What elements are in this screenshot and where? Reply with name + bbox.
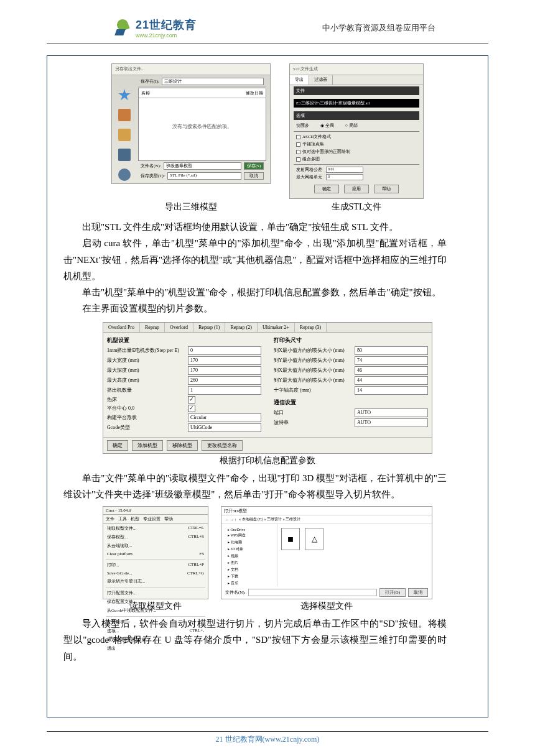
filepath-input[interactable]: E:\三维设计\三维设计\班级徽章模型.stl — [294, 99, 419, 108]
open-button[interactable]: 打开(O) — [379, 588, 406, 597]
folder-tree[interactable]: ▸ OneDrive▸ WPS网盘▸ 此电脑▸ 3D 对象▸ 视频▸ 图片▸ 文… — [221, 524, 277, 586]
desktop-icon[interactable] — [118, 109, 131, 121]
dev-input[interactable]: 0.01 — [326, 167, 363, 173]
cfg-input[interactable]: AUTO — [355, 418, 428, 427]
close-button[interactable]: 帮助 — [374, 185, 399, 193]
cfg-input[interactable]: 46 — [355, 366, 428, 375]
menu-item[interactable]: 显示切片引擎日志... — [103, 577, 208, 586]
menu-item[interactable]: 读取模型文件...CTRL+L — [103, 524, 208, 533]
cfg-input[interactable]: 0 — [188, 346, 261, 355]
checkbox[interactable] — [296, 135, 300, 139]
radio-full[interactable]: ◉ 全局 — [320, 122, 334, 129]
cfg-row: 挤出机数量1 — [107, 386, 261, 395]
config-screenshot: Overlord Pro Reprap Overlord Reprap (1) … — [103, 322, 432, 454]
cfg-tab[interactable]: Reprap (2) — [225, 323, 257, 332]
tree-item[interactable]: ▸ 文档 — [224, 566, 274, 573]
file-icon[interactable]: △ — [305, 528, 323, 550]
save-button[interactable]: 保存(S) — [244, 162, 264, 170]
cfg-input[interactable]: 80 — [355, 346, 428, 355]
radio-partial[interactable]: ○ 局部 — [345, 122, 358, 129]
checkbox[interactable] — [296, 150, 300, 154]
cfg-tab[interactable]: Ultimaker 2+ — [258, 323, 295, 332]
tree-item[interactable]: ▸ WPS网盘 — [224, 532, 274, 539]
quick-access-icon[interactable] — [118, 89, 131, 101]
apply-button[interactable]: 应用 — [344, 185, 369, 193]
para-2: 启动 cura 软件，单击"机型"菜单中的"添加机型"命令，出现"添加机型"配置… — [63, 235, 447, 284]
cfg-input[interactable]: 14 — [355, 386, 428, 395]
cfg-tab[interactable]: Overlord Pro — [103, 323, 140, 332]
file-list-area: 名称 修改日期 没有与搜索条件匹配的项。 — [138, 88, 266, 161]
open-path: ← → ↑ « 本地磁盘 (E:) » 三维设计 » 三维设计 — [221, 515, 432, 524]
cfg-row: 到X最大值方向的喷头大小 (mm)46 — [274, 366, 428, 375]
checkbox[interactable] — [188, 396, 195, 403]
cfg-input[interactable]: UltiGCode — [188, 423, 261, 432]
para-3: 单击"机型"菜单中的"机型设置"命令，根据打印机信息配置参数，然后单击"确定"按… — [63, 284, 447, 300]
file-section: 文件 — [294, 86, 419, 95]
folder-dropdown[interactable]: 三维设计 — [162, 78, 264, 85]
cfg-input[interactable]: 260 — [188, 376, 261, 385]
cfg-input[interactable]: 170 — [188, 356, 261, 365]
checkbox[interactable] — [188, 405, 195, 412]
cfg-tab[interactable]: Reprap — [140, 323, 165, 332]
cfg-btn[interactable]: 添加机型 — [132, 440, 163, 451]
cancel-button[interactable]: 取消 — [244, 172, 264, 180]
cfg-input[interactable]: Circular — [188, 413, 261, 422]
ok-button[interactable]: 确定 — [314, 185, 339, 193]
stl-dialog-screenshot: STL文件生成 导出 过滤器 文件 E:\三维设计\三维设计\班级徽章模型.st… — [289, 63, 424, 199]
tab-export[interactable]: 导出 — [290, 75, 309, 85]
tree-item[interactable]: ▸ 3D 对象 — [224, 546, 274, 553]
tree-item[interactable]: ▸ 此电脑 — [224, 539, 274, 546]
menu-item[interactable]: Clear platformF5 — [103, 550, 208, 558]
filename-input[interactable] — [248, 589, 378, 596]
network-icon[interactable] — [118, 168, 131, 181]
cfg-input[interactable]: 44 — [355, 376, 428, 385]
this-pc-icon[interactable] — [118, 149, 131, 161]
tree-item[interactable]: ▸ OneDrive — [224, 527, 274, 532]
checkbox[interactable] — [296, 142, 300, 147]
file-icon[interactable]: ◼ — [281, 528, 300, 550]
tab-options[interactable]: 过滤器 — [309, 75, 333, 85]
cancel-button[interactable]: 取消 — [408, 588, 428, 597]
cura-menu-screenshot: Cura - 15.04.6 文件 工具 机型 专业设置 帮助 读取模型文件..… — [103, 506, 208, 599]
tree-item[interactable]: ▸ 图片 — [224, 560, 274, 566]
cfg-btn[interactable]: 更改机型名称 — [202, 440, 243, 451]
cfg-tab[interactable]: Reprap (1) — [193, 323, 225, 332]
cfg-input[interactable]: 74 — [355, 356, 428, 365]
cfg-hdr-right: 打印头尺寸 — [274, 336, 428, 344]
cfg-btn[interactable]: 移除机型 — [167, 440, 198, 451]
open-title: 打开3D模型 — [221, 507, 432, 515]
page-frame: 另存取出文件... 保存在(I): 三维设计 名称 修改日期 没有与搜索条件匹配… — [47, 55, 488, 717]
filename-label: 文件名(N): — [225, 589, 246, 596]
config-tabs: Overlord Pro Reprap Overlord Reprap (1) … — [103, 323, 432, 333]
col-date: 修改日期 — [246, 90, 263, 96]
format-label: 切面多 — [296, 122, 309, 129]
tree-item[interactable]: ▸ 视频 — [224, 553, 274, 560]
cfg-row: 到Y最小值方向的喷头大小 (mm)74 — [274, 356, 428, 365]
menu-item[interactable]: 打印...CTRL+P — [103, 561, 208, 569]
cura-row: Cura - 15.04.6 文件 工具 机型 专业设置 帮助 读取模型文件..… — [58, 506, 477, 599]
filename-input[interactable]: 班级徽章模型 — [164, 162, 241, 170]
page-footer: 21 世纪教育网(www.21cnjy.com) — [47, 731, 488, 745]
cfg-input[interactable]: 170 — [188, 366, 261, 375]
tree-item[interactable]: ▸ 音乐 — [224, 580, 274, 586]
ang-input[interactable]: 3 — [326, 174, 363, 180]
cfg-tab[interactable]: Reprap (3) — [295, 323, 327, 332]
cfg-label: 最大宽度 (mm) — [107, 357, 188, 364]
library-icon[interactable] — [118, 129, 131, 141]
menu-item[interactable]: 打开配置文件... — [103, 589, 208, 597]
opt-4: 组合多图 — [302, 156, 320, 162]
cfg-tab[interactable]: Overlord — [165, 323, 193, 332]
cfg-input[interactable]: 1 — [188, 386, 261, 395]
save-in-label: 保存在(I): — [141, 78, 159, 85]
cfg-btn[interactable]: 确定 — [107, 440, 128, 451]
filetype-dropdown[interactable]: STL File (*.stl) — [167, 172, 241, 180]
checkbox[interactable] — [296, 157, 300, 162]
menu-item[interactable]: 从云端读取... — [103, 542, 208, 550]
menu-item[interactable]: Save GCode...CTRL+G — [103, 569, 208, 577]
cfg-input[interactable]: AUTO — [355, 408, 428, 417]
para-6: 导入模型后，软件会自动对模型进行切片，切片完成后单击工作区中的"SD"按钮。将模… — [63, 615, 447, 665]
cura-menubar: 文件 工具 机型 专业设置 帮助 — [103, 515, 208, 524]
cfg-row: 最大宽度 (mm)170 — [107, 356, 261, 365]
tree-item[interactable]: ▸ 下载 — [224, 573, 274, 580]
menu-item[interactable]: 保存模型...CTRL+S — [103, 533, 208, 542]
